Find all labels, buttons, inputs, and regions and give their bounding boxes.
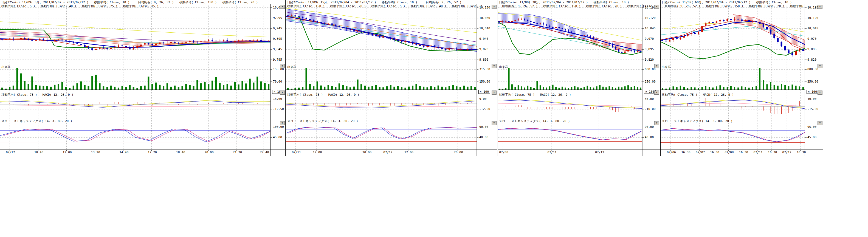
price-axis-label: 9,970 xyxy=(645,37,654,40)
price-axis-label: 9,895 xyxy=(645,48,654,51)
macd-axis-label: 35.00 xyxy=(645,97,654,101)
indicator-legend: 一目均衡表( 9, 26, 52 ) 移動平均( Close, 150 ) 移動… xyxy=(662,4,804,8)
pane-dropdown-button[interactable]: ▼ xyxy=(492,91,497,95)
moving-average-lines xyxy=(498,12,642,55)
macd-plot xyxy=(660,98,805,114)
ichimoku-cloud xyxy=(286,9,477,51)
volume-section-label: 出来高 xyxy=(499,65,508,69)
stochastic-axis-label: 90.00 xyxy=(479,125,488,129)
dropdown-arrow-icon: ▼ xyxy=(819,122,821,124)
dropdown-arrow-icon: ▼ xyxy=(282,65,283,67)
time-axis-label: 12:00 xyxy=(63,151,71,154)
price-axis-label: 9,820 xyxy=(807,58,816,61)
time-axis-label: 12:00 xyxy=(313,151,322,154)
panel-title: 日経225mini 11/09( 60分, 2011/07/04 - 2011/… xyxy=(662,1,792,4)
pane-dropdown-button[interactable]: ▼ xyxy=(492,64,497,68)
dropdown-arrow-icon: ▼ xyxy=(494,5,495,8)
price-chart-canvas[interactable] xyxy=(660,0,823,156)
indicator-legend: 移動平均( Close, 5 ) 移動平均( Close, 40 ) 移動平均(… xyxy=(1,4,159,8)
dropdown-arrow-icon: ▼ xyxy=(819,5,821,8)
dropdown-arrow-icon: ▼ xyxy=(494,122,495,124)
volume-multiplier-badge: × 100 xyxy=(807,90,818,94)
stochastic-axis-label: 40.00 xyxy=(645,136,654,139)
price-chart-canvas[interactable] xyxy=(498,0,660,156)
pane-dropdown-button[interactable]: ▼ xyxy=(280,91,285,95)
macd-axis-label: 13.00 xyxy=(273,97,282,101)
pane-dropdown-button[interactable]: ▼ xyxy=(654,91,659,95)
price-axis-label: 10,195 xyxy=(645,6,656,9)
grid-lines xyxy=(0,5,271,150)
time-axis-label: 07/08 xyxy=(724,151,734,154)
macd-axis-label: -10.00 xyxy=(645,108,656,111)
dropdown-arrow-icon: ▼ xyxy=(282,5,283,8)
pane-dropdown-button[interactable]: ▼ xyxy=(654,64,659,68)
macd-section-label: 移動平均( Close, 75 ) MACD( 12, 26, 9 ) xyxy=(662,93,734,96)
price-axis-label: 10,045 xyxy=(807,27,818,30)
macd-section-label: 移動平均( Close, 75 ) MACD( 12, 26, 9 ) xyxy=(499,93,571,96)
volume-bars xyxy=(660,68,805,90)
price-axis-label: 9,800 xyxy=(479,58,488,61)
volume-axis-label: 800.00 xyxy=(807,68,818,71)
dropdown-arrow-icon: ▼ xyxy=(656,122,658,124)
pane-dropdown-button[interactable]: ▼ xyxy=(817,121,823,125)
pane-dropdown-button[interactable]: ▼ xyxy=(280,5,285,9)
price-chart-canvas[interactable] xyxy=(0,0,286,156)
pane-dropdown-button[interactable]: ▼ xyxy=(654,5,659,9)
pane-dropdown-button[interactable]: ▼ xyxy=(492,121,497,125)
indicator-legend: 一目均衡表( 9, 26, 52 ) 移動平均( Close, 150 ) 移動… xyxy=(499,4,652,8)
volume-bars xyxy=(498,68,642,90)
time-axis-label: 12:00 xyxy=(404,151,413,154)
price-chart-canvas[interactable] xyxy=(286,0,497,156)
stochastics-plot xyxy=(286,127,477,142)
pane-dropdown-button[interactable]: ▼ xyxy=(280,121,285,125)
stochastic-axis-label: 45.00 xyxy=(273,136,282,139)
pane-dropdown-button[interactable]: ▼ xyxy=(492,5,497,9)
time-axis-label: 16:30 xyxy=(768,151,777,154)
chart-panel-60min: 日経225mini 11/09( 60分, 2011/07/04 - 2011/… xyxy=(660,0,823,156)
panel-title: 日経225mini 11/09( 5分, 2011/07/07 - 2011/0… xyxy=(1,1,258,4)
price-axis-label: 9,895 xyxy=(807,48,816,51)
volume-axis-label: 70.00 xyxy=(273,80,282,83)
dropdown-arrow-icon: ▼ xyxy=(282,122,283,124)
price-axis-label: 9,995 xyxy=(273,17,282,20)
stochastic-axis-label: 90.00 xyxy=(645,125,654,129)
volume-section-label: 出来高 xyxy=(662,65,671,69)
price-axis-label: 10,120 xyxy=(807,17,818,20)
stochastics-plot xyxy=(0,129,271,142)
time-axis-label: 20:00 xyxy=(363,151,371,154)
macd-section-label: 移動平均( Close, 75 ) MACD( 12, 26, 9 ) xyxy=(1,93,73,96)
time-axis-label: 10:40 xyxy=(34,151,43,154)
price-axis-label: 9,895 xyxy=(273,37,282,40)
pane-dropdown-button[interactable]: ▼ xyxy=(280,64,285,68)
indicator-legend: 移動平均( Close, 150 ) 移動平均( Close, 20 ) 移動平… xyxy=(287,4,482,8)
pane-dropdown-button[interactable]: ▼ xyxy=(817,91,823,95)
volume-section-label: 出来高 xyxy=(1,65,10,69)
price-axis-label: 9,940 xyxy=(479,37,488,40)
time-axis-label: 07/12 xyxy=(383,151,392,154)
stochastic-axis-label: 45.00 xyxy=(807,136,816,139)
pane-dropdown-button[interactable]: ▼ xyxy=(817,64,823,68)
price-axis-label: 10,195 xyxy=(807,6,818,9)
grid-lines xyxy=(498,5,642,150)
dropdown-arrow-icon: ▼ xyxy=(494,91,495,93)
stochastics-section-label: スロー・ストキャスティクス( 14, 3, 80, 20 ) xyxy=(1,119,72,123)
time-axis-label: 07/08 xyxy=(499,151,508,154)
time-axis-label: 16:30 xyxy=(739,151,748,154)
macd-plot xyxy=(0,100,271,107)
stochastics-plot xyxy=(498,128,642,142)
pane-dropdown-button[interactable]: ▼ xyxy=(817,5,823,9)
time-axis-label: 07/12 xyxy=(595,151,604,154)
time-axis-label: 16:30 xyxy=(681,151,690,154)
dropdown-arrow-icon: ▼ xyxy=(819,91,821,93)
price-axis-label: 10,010 xyxy=(479,27,490,30)
macd-section-label: 移動平均( Close, 75 ) MACD( 12, 26, 9 ) xyxy=(287,93,360,96)
price-axis-label: 10,120 xyxy=(645,17,656,20)
pane-dropdown-button[interactable]: ▼ xyxy=(654,121,659,125)
macd-plot xyxy=(286,100,477,108)
macd-axis-label: -12.50 xyxy=(479,108,490,111)
macd-axis-label: -15.00 xyxy=(807,108,818,111)
stochastic-axis-label: 95.00 xyxy=(807,125,816,129)
axis-lines xyxy=(498,4,660,156)
time-axis-label: 16:30 xyxy=(710,151,719,154)
chart-panel-30min: 日経225mini 11/09( 30分, 2011/07/04 - 2011/… xyxy=(498,0,660,156)
